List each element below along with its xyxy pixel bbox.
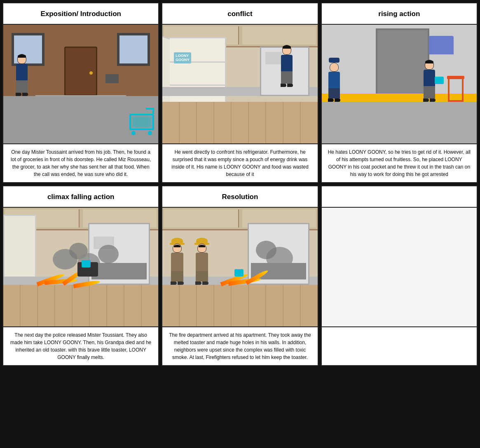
wheel-left: [131, 131, 136, 135]
shoe-left: [171, 281, 177, 285]
firefighter-helmet-2: [196, 238, 208, 244]
cart-wheels: [129, 131, 154, 135]
cart-body: [129, 114, 154, 130]
loony-goony-toaster: [82, 260, 91, 267]
firefighter-pants-2: [196, 271, 208, 281]
fridge-shelf: [170, 84, 225, 86]
firefighter-pants: [171, 271, 183, 281]
shoe-left: [423, 99, 429, 102]
cart-contents: [133, 117, 151, 127]
floor-res: [162, 285, 317, 326]
storyboard: Exposition/ Introduction: [0, 0, 480, 368]
cabinet-door: [242, 26, 316, 45]
shoe-right: [287, 84, 293, 87]
person-body: [281, 55, 293, 71]
shoe: [335, 99, 340, 102]
person-hair: [18, 54, 26, 58]
cell-image-rising-action: [322, 25, 477, 144]
trash-can-top: [447, 76, 464, 79]
hair: [174, 245, 180, 247]
cell-empty: [321, 185, 478, 366]
cell-header-climax: climax falling action: [3, 186, 158, 208]
officer-head: [330, 63, 339, 72]
train-door: [376, 28, 429, 96]
cabinet-door: [164, 209, 239, 228]
person-shoes: [281, 84, 293, 87]
window-pane: [134, 35, 148, 49]
window-pane: [28, 50, 42, 63]
cell-text-empty: [322, 327, 477, 365]
cell-header-conflict: conflict: [162, 3, 317, 25]
mailbox: [105, 74, 119, 83]
door-knob: [89, 71, 93, 75]
window-pane: [14, 35, 28, 49]
loony-goony-res: [234, 269, 244, 277]
wheel-right: [148, 131, 152, 135]
cell-image-exposition: [3, 25, 158, 144]
person-body: [424, 70, 435, 86]
puff-res-2: [256, 241, 276, 259]
person-conflict: [281, 45, 293, 87]
platform: [322, 102, 477, 143]
puff-4: [98, 245, 119, 263]
cell-conflict: conflict LOONYGOONY: [162, 2, 318, 183]
window-pane: [28, 35, 42, 49]
cell-text-rising-action: He hates LOONY GOONY, so he tries to get…: [322, 144, 477, 182]
scene-exposition: [3, 25, 158, 143]
shoe-right: [22, 93, 28, 96]
officer-shoes: [328, 99, 340, 102]
cell-exposition: Exposition/ Introduction: [2, 2, 159, 183]
train-seat: [429, 36, 454, 54]
loony-goony-falling: [435, 77, 444, 84]
person-shoes: [16, 93, 28, 96]
scene-rising: [322, 25, 477, 143]
firefighter-2: [195, 238, 208, 285]
cell-rising-action: rising action: [321, 2, 478, 183]
shoe: [328, 99, 334, 102]
officer-body: [328, 72, 340, 88]
shoe-left-2: [195, 281, 201, 285]
person-hair: [425, 60, 433, 63]
cell-text-conflict: He went directly to confront his refrige…: [162, 144, 317, 182]
firefighter-shoes-2: [195, 281, 208, 285]
cell-text-resolution: The fire department arrived at his apart…: [162, 327, 317, 365]
toaster: [77, 262, 98, 277]
floor: [162, 102, 317, 143]
cell-image-empty: [322, 208, 477, 327]
cell-text-climax: The next day the police released Mister …: [3, 327, 158, 365]
shoe-right: [178, 281, 184, 285]
fridge-climax: [3, 215, 36, 285]
scene-resolution: [162, 208, 317, 326]
firefighter-head-2: [197, 244, 206, 253]
cell-header-resolution: Resolution: [162, 186, 317, 208]
shoe-right-2: [202, 281, 208, 285]
cell-climax: climax falling action: [2, 185, 159, 366]
person-hair: [283, 45, 291, 49]
window-pane: [119, 35, 133, 49]
person-head: [17, 54, 26, 64]
cell-image-climax: [3, 208, 158, 327]
floor-climax: [3, 285, 158, 326]
window-pane: [134, 50, 148, 63]
window-right: [117, 33, 150, 66]
person-pants: [16, 80, 28, 93]
trash-can: [447, 76, 464, 102]
person-body: [16, 64, 28, 80]
cart-handle: [146, 108, 154, 114]
officer: [328, 58, 340, 102]
cell-header-exposition: Exposition/ Introduction: [3, 3, 158, 25]
shoe-left: [16, 93, 21, 96]
firefighter-1: [171, 238, 184, 285]
shopping-cart: [129, 114, 154, 135]
cell-header-empty: [322, 186, 477, 208]
firefighter-head: [173, 244, 182, 253]
trash-can-body: [448, 79, 464, 102]
loony-goony-item: LOONYGOONY: [174, 52, 191, 64]
hair-2: [199, 245, 205, 247]
cell-resolution: Resolution: [162, 185, 318, 366]
person-head: [282, 45, 291, 55]
person-pants: [281, 71, 293, 84]
scene-conflict: LOONYGOONY: [162, 25, 317, 143]
firefighter-body: [171, 253, 183, 271]
person-pants: [424, 86, 435, 99]
